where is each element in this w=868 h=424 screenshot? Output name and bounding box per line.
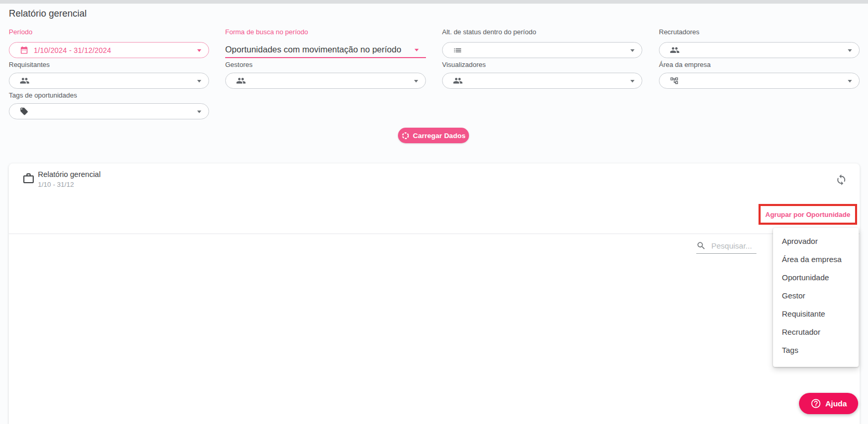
list-icon — [453, 46, 462, 55]
group-icon — [453, 76, 463, 86]
requisitantes-label: Requisitantes — [9, 61, 50, 69]
recrutadores-select[interactable] — [659, 42, 860, 58]
help-label: Ajuda — [825, 399, 847, 408]
gestores-label: Gestores — [225, 61, 253, 69]
top-strip — [0, 0, 868, 4]
search-icon — [696, 241, 706, 251]
briefcase-icon — [22, 172, 35, 185]
help-button[interactable]: Ajuda — [799, 393, 858, 414]
page: Relatório gerencial Período Forma de bus… — [0, 0, 868, 424]
menu-item-recrutador[interactable]: Recrutador — [773, 323, 859, 341]
sync-button[interactable] — [835, 173, 849, 186]
recrutadores-label: Recrutadores — [659, 28, 699, 36]
report-card-period: 1/10 - 31/12 — [38, 181, 74, 188]
group-by-menu: Aprovador Área da empresa Oportunidade G… — [773, 228, 859, 367]
forma-busca-select[interactable]: Oportunidades com movimentação no períod… — [225, 42, 426, 58]
chevron-down-icon — [848, 49, 852, 52]
tag-icon — [20, 107, 29, 116]
periodo-select[interactable]: 1/10/2024 - 31/12/2024 — [9, 42, 209, 58]
report-card-title: Relatório gerencial — [38, 170, 101, 179]
forma-busca-value: Oportunidades com movimentação no períod… — [225, 45, 401, 54]
card-header-divider — [9, 234, 860, 234]
menu-item-oportunidade[interactable]: Oportunidade — [773, 268, 859, 286]
loader-icon — [402, 132, 409, 140]
sync-icon — [835, 174, 849, 186]
periodo-value: 1/10/2024 - 31/12/2024 — [34, 46, 111, 54]
visualizadores-select[interactable] — [442, 73, 642, 89]
periodo-label: Período — [9, 28, 33, 36]
gestores-select[interactable] — [225, 73, 426, 89]
chevron-down-icon — [197, 80, 201, 83]
chevron-down-icon — [630, 80, 635, 83]
group-icon — [236, 76, 246, 86]
menu-item-tags[interactable]: Tags — [773, 341, 859, 359]
chevron-down-icon — [197, 49, 201, 52]
menu-item-requisitante[interactable]: Requisitante — [773, 305, 859, 323]
alt-status-label: Alt. de status dentro do período — [442, 28, 536, 36]
page-title: Relatório gerencial — [9, 8, 87, 19]
group-icon — [670, 45, 680, 55]
tags-label: Tags de oportunidades — [9, 91, 77, 99]
forma-busca-label: Forma de busca no período — [225, 28, 308, 36]
group-icon — [20, 76, 30, 86]
load-data-label: Carregar Dados — [413, 132, 465, 140]
group-by-opportunity-button[interactable]: Agrupar por Oportunidade — [762, 210, 853, 219]
chevron-down-icon — [848, 80, 852, 83]
tags-select[interactable] — [9, 103, 209, 119]
org-tree-icon — [670, 76, 679, 85]
alt-status-select[interactable] — [442, 42, 642, 58]
chevron-down-icon — [197, 111, 201, 113]
chevron-down-icon — [414, 80, 418, 83]
requisitantes-select[interactable] — [9, 73, 209, 89]
menu-item-gestor[interactable]: Gestor — [773, 286, 859, 305]
menu-item-area-da-empresa[interactable]: Área da empresa — [773, 250, 859, 268]
visualizadores-label: Visualizadores — [442, 61, 486, 69]
search-input[interactable] — [710, 241, 755, 251]
search-field — [696, 238, 756, 254]
menu-item-aprovador[interactable]: Aprovador — [773, 232, 859, 250]
report-card: Relatório gerencial 1/10 - 31/12 Agrupar… — [9, 163, 860, 424]
annotation-box: Agrupar por Oportunidade — [759, 204, 857, 225]
load-data-button[interactable]: Carregar Dados — [398, 128, 469, 143]
area-empresa-label: Área da empresa — [659, 61, 711, 69]
calendar-icon — [20, 46, 29, 54]
help-icon — [810, 398, 821, 409]
area-empresa-select[interactable] — [659, 73, 860, 89]
chevron-down-icon — [630, 49, 635, 52]
chevron-down-icon — [415, 49, 419, 51]
